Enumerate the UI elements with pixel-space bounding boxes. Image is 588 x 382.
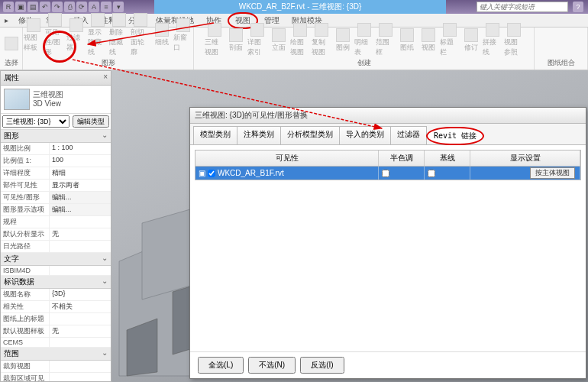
help-icon[interactable]: ? (573, 2, 583, 12)
qat-more-icon[interactable]: ≡ (101, 2, 111, 12)
rb-3d[interactable]: 三维视图 (205, 23, 225, 57)
rb-matchline[interactable]: 拼接线 (483, 23, 502, 57)
prop-category[interactable]: 范围⌄ (1, 348, 111, 361)
rb-view[interactable]: 视图 (418, 28, 438, 53)
select-none-button[interactable]: 不选(N) (248, 357, 296, 374)
qat-undo-icon[interactable]: ↶ (40, 2, 50, 12)
link-row[interactable]: ▣WKCD_AR_B1F.rvt 按主体视图 (195, 167, 580, 180)
dlgtab-filters[interactable]: 过滤器 (390, 126, 427, 144)
rg-select: 选择 (5, 57, 18, 68)
close-icon[interactable]: × (103, 73, 108, 83)
dlgtab-imported[interactable]: 导入的类别 (339, 126, 391, 144)
edit-type-button[interactable]: 编辑类型 (73, 115, 109, 128)
prop-row[interactable]: 裁剪区域可见 (1, 373, 111, 382)
dlgtab-revitlinks[interactable]: Revit 链接 (426, 127, 484, 145)
window-title: WKCD_AR_B2F.rvt - 三维视图: {3D} (154, 0, 446, 14)
qat-sync-icon[interactable]: ⟳ (76, 2, 87, 12)
prop-row[interactable]: 默认分析显示无 (1, 228, 111, 241)
rb-cutprofile[interactable]: 剖切面轮廓 (131, 13, 150, 57)
qat-print-icon[interactable]: ⎙ (64, 2, 75, 12)
rb-schedule[interactable]: 明细表 (354, 23, 374, 57)
rb-sheet[interactable]: 图纸 (397, 28, 417, 53)
qat-save-icon[interactable]: ▣ (15, 2, 26, 12)
qat-open-icon[interactable]: ▤ (27, 2, 38, 12)
svg-marker-2 (142, 208, 195, 299)
rb-elevation[interactable]: 立面 (269, 28, 289, 53)
search-input[interactable] (477, 2, 568, 12)
prop-row[interactable]: 图纸上的标题 (1, 313, 111, 325)
select-all-button[interactable]: 全选(L) (198, 357, 244, 374)
properties-panel: 属性× 三维视图3D View 三维视图: {3D} 编辑类型 图形⌄视图比例1… (0, 70, 111, 382)
link-underlay-checkbox[interactable] (428, 170, 435, 177)
qat-text-icon[interactable]: A (89, 2, 99, 12)
rg-create: 创建 (357, 57, 371, 68)
col-halftone: 半色调 (379, 151, 425, 166)
prop-row[interactable]: ISBIM4D (1, 266, 111, 276)
rb-viewref[interactable]: 视图参照 (504, 23, 524, 57)
dialog-title: 三维视图: {3D}的可见性/图形替换 (190, 108, 586, 124)
rb-modify[interactable] (2, 37, 21, 50)
app-logo[interactable]: R (3, 2, 14, 12)
dialog-tabs: 模型类别 注释类别 分析模型类别 导入的类别 过滤器 Revit 链接 (190, 124, 586, 145)
col-underlay: 基线 (425, 151, 470, 166)
rg-graphics: 图形 (102, 57, 115, 68)
ribbon-arrow-icon[interactable]: ▸ (0, 16, 12, 24)
rg-sheetcomp: 图纸组合 (548, 57, 575, 68)
prop-row[interactable]: 裁剪视图 (1, 361, 111, 373)
dlgtab-model[interactable]: 模型类别 (193, 126, 237, 144)
prop-row[interactable]: 部件可见性显示两者 (1, 180, 111, 192)
type-selector[interactable]: 三维视图3D View (1, 86, 111, 114)
prop-row[interactable]: 视图比例1 : 100 (1, 143, 111, 155)
rb-legend[interactable]: 图例 (333, 28, 353, 53)
qat-dropdown-icon[interactable]: ▾ (113, 2, 124, 12)
rb-callout[interactable]: 详图索引 (247, 23, 267, 57)
rb-visibility[interactable]: 可见性/图形 (45, 13, 65, 57)
rb-filters[interactable]: 过滤器 (66, 18, 86, 53)
visibility-dialog: 三维视图: {3D}的可见性/图形替换 模型类别 注释类别 分析模型类别 导入的… (189, 107, 586, 379)
prop-row[interactable]: 相关性不相关 (1, 301, 111, 313)
rb-viewtemplate[interactable]: 视图样板 (24, 18, 44, 53)
col-visibility: 可见性 (195, 151, 379, 166)
rb-showhidden[interactable]: 显示隐藏线 (88, 13, 108, 57)
link-visible-checkbox[interactable] (208, 170, 215, 177)
display-settings-button[interactable]: 按主体视图 (530, 167, 575, 179)
prop-row[interactable]: 默认视图样板无 (1, 325, 111, 338)
qat-redo-icon[interactable]: ↷ (52, 2, 63, 12)
prop-row[interactable]: 规程 (1, 216, 111, 228)
rb-revision[interactable]: 修订 (461, 28, 481, 53)
rb-scope[interactable]: 范围框 (376, 23, 396, 57)
rb-drafting[interactable]: 绘图视图 (290, 23, 310, 57)
link-name: WKCD_AR_B1F.rvt (218, 169, 284, 177)
titlebar: R ▣ ▤ ↶ ↷ ⎙ ⟳ A ≡ ▾ WKCD_AR_B2F.rvt - 三维… (0, 0, 588, 14)
rb-newwindow[interactable]: 新窗口 (173, 18, 193, 53)
rb-section[interactable]: 剖面 (226, 28, 246, 53)
rb-removehidden[interactable]: 删除隐藏线 (109, 13, 129, 57)
prop-row[interactable]: 图形显示选项编辑... (1, 204, 111, 216)
ribbon: 选择 视图样板 可见性/图形 过滤器 显示隐藏线 删除隐藏线 剖切面轮廓 细线 … (0, 28, 588, 70)
invert-selection-button[interactable]: 反选(I) (300, 357, 344, 374)
prop-row[interactable]: 日光路径 (1, 241, 111, 253)
rb-duplicate[interactable]: 复制视图 (312, 23, 331, 57)
dlgtab-annotation[interactable]: 注释类别 (237, 126, 281, 144)
prop-row[interactable]: 比例值 1:100 (1, 155, 111, 167)
quick-access-toolbar: R ▣ ▤ ↶ ↷ ⎙ ⟳ A ≡ ▾ (3, 2, 124, 12)
prop-category[interactable]: 文字⌄ (1, 253, 111, 266)
type-thumb-icon (4, 89, 30, 110)
instance-selector[interactable]: 三维视图: {3D} (2, 115, 69, 128)
prop-row[interactable]: CEMS (1, 338, 111, 348)
link-halftone-checkbox[interactable] (382, 170, 389, 177)
rb-titleblock[interactable]: 标题栏 (440, 23, 460, 57)
expand-icon[interactable]: ▣ (199, 169, 205, 177)
properties-header: 属性× (1, 71, 111, 86)
prop-row[interactable]: 详细程度精细 (1, 167, 111, 180)
rb-thinlines[interactable]: 细线 (152, 23, 172, 47)
links-grid: 可见性 半色调 基线 显示设置 ▣WKCD_AR_B1F.rvt 按主体视图 (195, 150, 581, 180)
prop-category[interactable]: 图形⌄ (1, 130, 111, 143)
prop-category[interactable]: 标识数据⌄ (1, 276, 111, 289)
col-display: 显示设置 (470, 151, 580, 166)
prop-row[interactable]: 视图名称{3D} (1, 289, 111, 301)
prop-row[interactable]: 可见性/图形编辑... (1, 192, 111, 204)
dlgtab-analytical[interactable]: 分析模型类别 (280, 126, 340, 144)
